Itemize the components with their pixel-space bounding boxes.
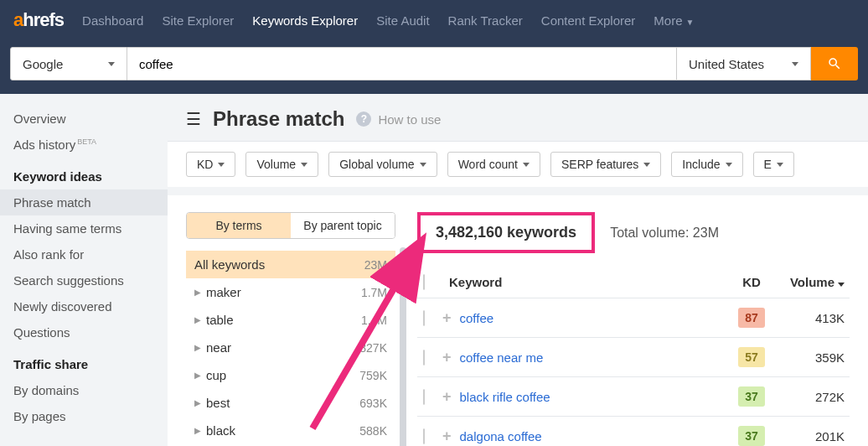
tab-by-terms[interactable]: By terms xyxy=(187,213,291,238)
filter-kd[interactable]: KD xyxy=(186,152,235,177)
term-row[interactable]: ▶best693K xyxy=(186,389,395,417)
search-button[interactable] xyxy=(811,47,858,80)
filter-serp-features[interactable]: SERP features xyxy=(550,152,661,177)
help-link[interactable]: ?How to use xyxy=(356,112,441,127)
sidebar-questions[interactable]: Questions xyxy=(0,319,168,345)
row-checkbox[interactable] xyxy=(423,350,425,366)
sidebar-head-traffic: Traffic share xyxy=(0,345,168,377)
nav-more[interactable]: More▼ xyxy=(654,13,694,28)
chevron-down-icon xyxy=(420,163,426,167)
nav-site-explorer[interactable]: Site Explorer xyxy=(162,13,234,28)
expand-icon: ▶ xyxy=(194,315,201,324)
col-kd[interactable]: KD xyxy=(729,275,774,289)
sidebar-having-same-terms[interactable]: Having same terms xyxy=(0,215,168,241)
expand-icon[interactable]: + xyxy=(442,428,452,445)
sidebar-overview[interactable]: Overview xyxy=(0,106,168,132)
filter-include[interactable]: Include xyxy=(671,152,742,177)
keyword-link[interactable]: black rifle coffee xyxy=(460,390,729,404)
search-bar: Google United States xyxy=(0,40,868,94)
expand-icon: ▶ xyxy=(194,398,201,407)
kd-badge: 37 xyxy=(738,426,765,446)
kd-badge: 57 xyxy=(738,347,765,367)
chevron-down-icon xyxy=(301,163,307,167)
terms-tabs: By terms By parent topic xyxy=(186,212,395,239)
expand-icon[interactable]: + xyxy=(442,388,452,406)
sidebar: Overview Ads historyBETA Keyword ideas P… xyxy=(0,94,168,446)
top-nav: ahrefs DashboardSite ExplorerKeywords Ex… xyxy=(0,0,868,40)
table-row: +coffee near me57359K xyxy=(417,338,850,377)
chevron-down-icon xyxy=(218,163,225,167)
nav-rank-tracker[interactable]: Rank Tracker xyxy=(448,13,523,28)
sidebar-head-ideas: Keyword ideas xyxy=(0,158,168,189)
table-header: Keyword KD Volume xyxy=(417,267,850,298)
row-checkbox[interactable] xyxy=(423,389,425,405)
keyword-link[interactable]: coffee xyxy=(460,311,729,325)
chevron-down-icon: ▼ xyxy=(686,18,695,27)
term-row[interactable]: ▶cup759K xyxy=(186,361,395,389)
volume-cell: 201K xyxy=(774,429,850,443)
help-icon: ? xyxy=(356,112,371,127)
menu-icon[interactable]: ☰ xyxy=(186,109,201,129)
total-volume: Total volume: 23M xyxy=(610,226,719,241)
volume-cell: 359K xyxy=(774,350,850,365)
col-keyword[interactable]: Keyword xyxy=(442,275,729,289)
chevron-down-icon xyxy=(792,62,798,66)
nav-site-audit[interactable]: Site Audit xyxy=(376,13,429,28)
sidebar-by-domains[interactable]: By domains xyxy=(0,377,168,403)
term-row[interactable]: ▶maker1.7M xyxy=(186,278,395,306)
keyword-input[interactable] xyxy=(127,47,677,80)
scrollbar[interactable] xyxy=(400,247,406,446)
main-nav: DashboardSite ExplorerKeywords ExplorerS… xyxy=(82,13,694,28)
nav-content-explorer[interactable]: Content Explorer xyxy=(541,13,636,28)
term-row[interactable]: ▶near827K xyxy=(186,334,395,361)
chevron-down-icon xyxy=(523,163,530,167)
keyword-count: 3,482,160 keywords xyxy=(417,212,595,253)
table-row: +black rifle coffee37272K xyxy=(417,377,850,417)
sidebar-by-pages[interactable]: By pages xyxy=(0,403,168,429)
sidebar-search-suggestions[interactable]: Search suggestions xyxy=(0,267,168,293)
expand-icon: ▶ xyxy=(194,426,201,435)
expand-icon[interactable]: + xyxy=(442,309,452,327)
sidebar-newly-discovered[interactable]: Newly discovered xyxy=(0,293,168,319)
filter-volume[interactable]: Volume xyxy=(245,152,318,177)
main-content: ☰ Phrase match ?How to use KDVolumeGloba… xyxy=(168,94,868,446)
row-checkbox[interactable] xyxy=(423,310,425,326)
kd-badge: 87 xyxy=(738,308,765,328)
expand-icon: ▶ xyxy=(194,343,201,352)
search-icon xyxy=(827,56,842,71)
term-row[interactable]: ▶black588K xyxy=(186,417,395,444)
term-row[interactable]: ▶table1.4M xyxy=(186,306,395,334)
table-row: +coffee87413K xyxy=(417,298,850,338)
expand-icon: ▶ xyxy=(194,371,201,380)
chevron-down-icon xyxy=(108,62,115,66)
country-select[interactable]: United States xyxy=(677,47,811,80)
chevron-down-icon xyxy=(726,163,732,167)
term-row[interactable]: All keywords23M xyxy=(186,251,395,278)
engine-select[interactable]: Google xyxy=(10,47,127,80)
nav-dashboard[interactable]: Dashboard xyxy=(82,13,143,28)
chevron-down-icon xyxy=(777,163,783,167)
nav-keywords-explorer[interactable]: Keywords Explorer xyxy=(252,13,358,28)
sidebar-phrase-match[interactable]: Phrase match xyxy=(0,189,168,215)
tab-by-parent-topic[interactable]: By parent topic xyxy=(291,213,395,238)
terms-panel: By terms By parent topic All keywords23M… xyxy=(186,212,395,446)
select-all-checkbox[interactable] xyxy=(423,274,425,290)
col-volume[interactable]: Volume xyxy=(774,275,850,289)
table-row: +dalgona coffee37201K xyxy=(417,417,850,446)
filter-e[interactable]: E xyxy=(753,152,794,177)
volume-cell: 272K xyxy=(774,390,850,404)
expand-icon[interactable]: + xyxy=(442,349,452,366)
filter-word-count[interactable]: Word count xyxy=(447,152,540,177)
results-panel: 3,482,160 keywords Total volume: 23M Key… xyxy=(417,212,850,446)
sidebar-ads-history[interactable]: Ads historyBETA xyxy=(0,132,168,158)
keyword-link[interactable]: dalgona coffee xyxy=(460,429,729,443)
filter-global-volume[interactable]: Global volume xyxy=(328,152,437,177)
sidebar-also-rank-for[interactable]: Also rank for xyxy=(0,241,168,267)
sort-desc-icon xyxy=(838,283,845,287)
keyword-link[interactable]: coffee near me xyxy=(460,350,729,365)
kd-badge: 37 xyxy=(738,386,765,407)
ahrefs-logo[interactable]: ahrefs xyxy=(13,9,64,31)
row-checkbox[interactable] xyxy=(423,428,425,444)
page-title: Phrase match xyxy=(213,107,344,131)
expand-icon: ▶ xyxy=(194,288,201,297)
